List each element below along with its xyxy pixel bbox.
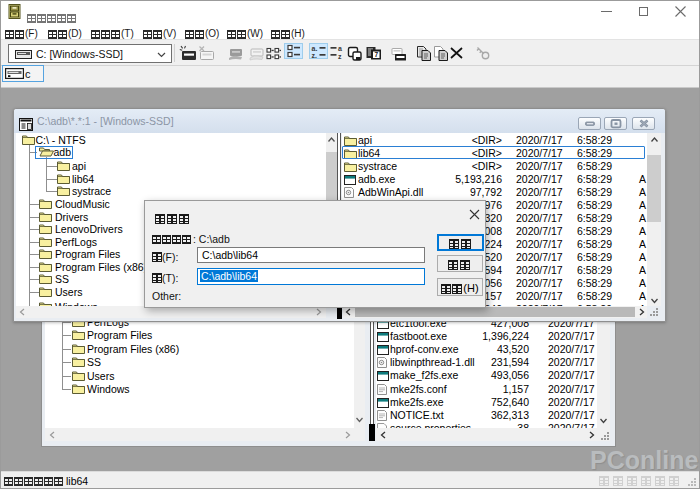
svg-text:a: a	[338, 45, 342, 52]
svg-text:7: 7	[375, 51, 379, 58]
svg-text:z.: z.	[312, 52, 318, 59]
svg-text:a.: a.	[312, 45, 318, 52]
svg-text:z: z	[338, 53, 342, 60]
